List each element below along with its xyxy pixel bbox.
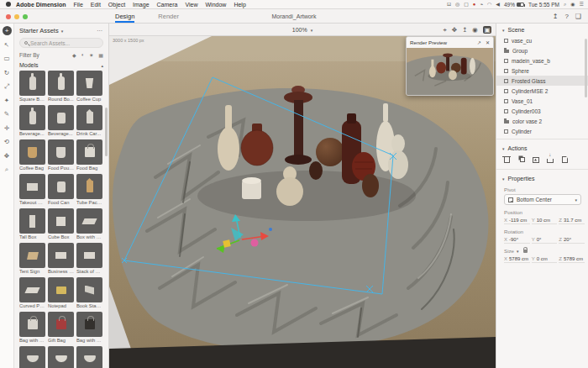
properties-section-header[interactable]: ▾ Properties	[496, 172, 588, 184]
render-preview-toggle-icon[interactable]: ▣	[483, 26, 491, 34]
volume-icon[interactable]: ◀	[496, 2, 500, 7]
lock-icon[interactable]	[523, 250, 528, 253]
wifi-icon[interactable]: ◠	[487, 2, 491, 7]
sampler-tool[interactable]: ✎	[3, 109, 12, 118]
menu-item-view[interactable]: View	[185, 2, 197, 8]
model-asset[interactable]: Tube Pack...	[76, 174, 102, 205]
move-tool[interactable]: ✛	[3, 124, 12, 133]
feedback-icon[interactable]: ❏	[575, 13, 581, 20]
camera-status-icon[interactable]: ▢	[464, 2, 469, 7]
filter-images-icon[interactable]: ▦	[98, 52, 103, 58]
share-3d-icon[interactable]: ↥	[462, 26, 467, 34]
view-mode-icon[interactable]: ✥	[452, 26, 457, 34]
menu-item-help[interactable]: Help	[234, 2, 245, 8]
menu-item-edit[interactable]: Edit	[91, 2, 101, 8]
model-asset[interactable]: Notepad	[48, 277, 74, 308]
models-section-header[interactable]: Models ▴	[14, 60, 108, 71]
assets-panel-header[interactable]: Starter Assets ▾ ⋯	[14, 24, 108, 37]
canvas-zoom-control[interactable]: 100% ▾	[292, 24, 312, 36]
tab-design[interactable]: Design	[115, 9, 134, 24]
menu-item-adobe-dimension[interactable]: Adobe Dimension	[16, 2, 66, 8]
record-icon[interactable]: ●	[473, 2, 476, 7]
image-icon[interactable]	[533, 155, 540, 163]
bluetooth-icon[interactable]: ⌁	[480, 2, 483, 7]
model-asset[interactable]: Gift Bag	[48, 312, 74, 343]
scene-item-madein_vase_b[interactable]: madein_vase_b	[496, 55, 588, 66]
model-asset[interactable]: Food Bag	[76, 139, 102, 171]
model-asset[interactable]: Tent Sign	[19, 243, 45, 274]
render-preview-window[interactable]: Render Preview ↗ ✕	[406, 36, 494, 96]
actions-section-header[interactable]: ▾ Actions	[496, 142, 588, 154]
xyz-input-z[interactable]: Z5789 cm	[559, 256, 585, 263]
close-icon[interactable]: ✕	[486, 39, 490, 45]
rotate-tool[interactable]: ↻	[3, 68, 12, 77]
model-asset[interactable]: Takeout Box	[19, 174, 45, 205]
siri-icon[interactable]: ◉	[570, 2, 575, 7]
spotlight-icon[interactable]: ⌕	[564, 2, 566, 7]
model-asset[interactable]: Salad Bowl	[76, 346, 102, 368]
model-asset[interactable]: Curved Pla...	[19, 277, 45, 308]
scene-item-sphere[interactable]: Sphere	[496, 66, 588, 76]
model-asset[interactable]: Stack of Ca...	[76, 243, 102, 274]
panel-menu-icon[interactable]: ⋯	[97, 28, 103, 34]
xyz-input-z[interactable]: Z31.7 cm	[559, 218, 585, 224]
frame-icon[interactable]: ⌖	[444, 26, 447, 34]
pan-camera-tool[interactable]: ✥	[3, 151, 12, 160]
model-asset[interactable]: Cube Box	[48, 208, 74, 239]
xyz-input-x[interactable]: X5789 cm	[504, 256, 530, 263]
model-asset[interactable]: Business C...	[48, 243, 74, 274]
assets-scrollbar[interactable]	[105, 108, 108, 156]
model-asset[interactable]: Beverage...	[19, 105, 45, 136]
model-asset[interactable]: Coffee Bag	[19, 139, 45, 171]
model-asset[interactable]: Round Bo...	[48, 71, 74, 102]
model-asset[interactable]: Bag with W...	[19, 312, 45, 343]
model-asset[interactable]: Book Stan...	[76, 277, 102, 308]
model-asset[interactable]: Coffee Cup	[76, 71, 102, 102]
control-center-icon[interactable]: ☰	[580, 2, 584, 7]
duplicate-icon[interactable]	[518, 155, 526, 163]
zoom-window-button[interactable]	[23, 14, 28, 19]
help-icon[interactable]: ?	[564, 13, 568, 20]
camera-bookmark-icon[interactable]: ◉	[472, 26, 478, 34]
model-asset[interactable]: Bag with C...	[76, 312, 102, 343]
asset-search-box[interactable]	[19, 38, 103, 48]
scene-item-color-vase-2[interactable]: color vase 2	[496, 116, 588, 126]
close-window-button[interactable]	[6, 14, 11, 19]
delete-icon[interactable]	[504, 155, 512, 163]
model-asset[interactable]: Snack Bowl	[48, 346, 74, 368]
xyz-input-y[interactable]: Y10 cm	[532, 218, 558, 224]
scene-item-frosted-glass[interactable]: Frosted Glass	[496, 76, 588, 86]
menu-item-file[interactable]: File	[74, 2, 83, 8]
menu-item-window[interactable]: Window	[206, 2, 227, 8]
xyz-input-y[interactable]: Y0 cm	[532, 256, 558, 263]
shape-icon[interactable]: ◎	[455, 2, 459, 7]
xyz-input-y[interactable]: Y0°	[532, 237, 558, 244]
scene-item-cylinder[interactable]: Cylinder	[496, 126, 588, 136]
filter-models-icon[interactable]: ◆	[72, 52, 76, 58]
canvas-3d[interactable]: 3000 x 1500 px	[109, 36, 496, 368]
model-asset[interactable]: Box with Li...	[76, 208, 102, 239]
scene-item-cylinder003[interactable]: Cylinder003	[496, 106, 588, 116]
menu-item-image[interactable]: Image	[133, 2, 149, 8]
scene-item-cylindermse-2[interactable]: CylinderMSE 2	[496, 86, 588, 96]
model-asset[interactable]: Beverage...	[48, 105, 74, 136]
share-icon[interactable]: ↥	[553, 13, 559, 20]
marquee-select-tool[interactable]: ▭	[3, 54, 12, 63]
filter-lights-icon[interactable]: ✷	[89, 52, 93, 58]
model-asset[interactable]: Food Pouch	[48, 139, 74, 171]
scene-item-group[interactable]: Group	[496, 45, 588, 55]
minimize-window-button[interactable]	[14, 14, 19, 19]
scale-tool[interactable]: ⤢	[3, 81, 12, 91]
scene-section-header[interactable]: ▾ Scene	[496, 24, 588, 35]
pivot-dropdown[interactable]: Bottom Center ▾	[504, 194, 581, 205]
menu-item-object[interactable]: Object	[108, 2, 125, 8]
model-asset[interactable]: Small Bowl	[19, 346, 45, 368]
add-content-tool[interactable]: +	[3, 26, 12, 35]
expand-icon[interactable]: ↗	[477, 39, 481, 45]
model-asset[interactable]: Food Can	[48, 174, 74, 205]
menu-item-camera[interactable]: Camera	[157, 2, 178, 8]
magic-wand-tool[interactable]: ✦	[3, 96, 12, 105]
scene-item-vase_cu[interactable]: vase_cu	[496, 35, 588, 45]
xyz-input-z[interactable]: Z20°	[559, 237, 585, 244]
apple-menu-icon[interactable]	[6, 2, 11, 7]
